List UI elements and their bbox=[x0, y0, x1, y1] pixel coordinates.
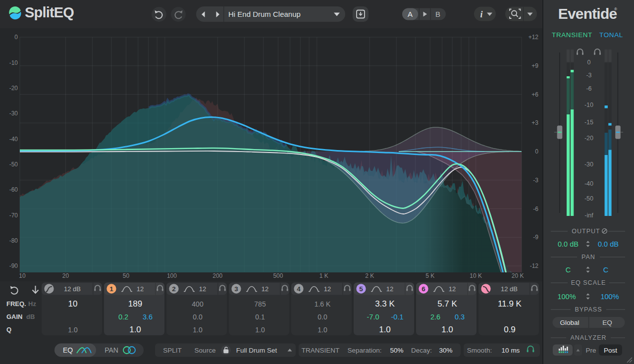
svg-text:5.7 K: 5.7 K bbox=[437, 299, 457, 309]
svg-text:-50: -50 bbox=[9, 161, 18, 168]
svg-text:-60: -60 bbox=[9, 186, 18, 193]
svg-text:3.3 K: 3.3 K bbox=[375, 299, 395, 309]
svg-text:Eventide: Eventide bbox=[558, 5, 617, 22]
svg-text:A: A bbox=[408, 10, 413, 18]
svg-text:0.2: 0.2 bbox=[118, 313, 128, 321]
svg-text:Smooth:: Smooth: bbox=[467, 347, 492, 354]
svg-text:-30: -30 bbox=[9, 110, 18, 117]
svg-text:20: 20 bbox=[62, 272, 69, 279]
svg-text:5: 5 bbox=[359, 285, 363, 293]
svg-text:i: i bbox=[480, 9, 482, 19]
svg-text:-3: -3 bbox=[533, 177, 538, 184]
svg-text:0.3: 0.3 bbox=[455, 313, 465, 321]
svg-text:-9: -9 bbox=[533, 234, 538, 241]
svg-text:11.9 K: 11.9 K bbox=[498, 299, 522, 309]
svg-text:FREQ.: FREQ. bbox=[6, 300, 26, 308]
svg-text:12: 12 bbox=[386, 285, 393, 293]
svg-text:TRANSIENT: TRANSIENT bbox=[302, 347, 340, 354]
svg-text:0.0: 0.0 bbox=[193, 313, 203, 321]
svg-text:1.0: 1.0 bbox=[379, 325, 391, 334]
svg-text:0.0 dB: 0.0 dB bbox=[598, 240, 619, 248]
svg-text:0: 0 bbox=[587, 59, 591, 66]
svg-text:+6: +6 bbox=[531, 91, 538, 98]
svg-text:-20: -20 bbox=[584, 135, 593, 142]
svg-text:Source: Source bbox=[195, 347, 216, 354]
svg-text:EQ: EQ bbox=[602, 319, 612, 326]
svg-text:2: 2 bbox=[172, 285, 176, 293]
svg-text:100: 100 bbox=[167, 272, 177, 279]
svg-text:-3: -3 bbox=[586, 72, 591, 79]
svg-text:-6: -6 bbox=[533, 206, 538, 212]
svg-text:10 ms: 10 ms bbox=[502, 347, 520, 354]
svg-text:dB: dB bbox=[26, 313, 35, 320]
svg-text:-7.0: -7.0 bbox=[367, 313, 379, 321]
svg-text:-10: -10 bbox=[9, 59, 18, 66]
svg-text:0.1: 0.1 bbox=[255, 313, 265, 321]
svg-text:+3: +3 bbox=[531, 119, 538, 126]
svg-text:50%: 50% bbox=[390, 347, 403, 354]
svg-text:TRANSIENT: TRANSIENT bbox=[552, 31, 592, 39]
svg-text:0.0 dB: 0.0 dB bbox=[558, 240, 579, 248]
svg-text:Pre: Pre bbox=[585, 347, 596, 354]
svg-text:-90: -90 bbox=[9, 262, 18, 269]
svg-text:12 dB: 12 dB bbox=[501, 285, 518, 293]
svg-text:1.0: 1.0 bbox=[317, 326, 327, 334]
svg-text:-50: -50 bbox=[584, 195, 593, 202]
svg-text:-6: -6 bbox=[586, 85, 591, 92]
svg-text:0: 0 bbox=[535, 148, 538, 155]
svg-text:1: 1 bbox=[109, 285, 113, 293]
svg-text:10: 10 bbox=[19, 272, 26, 279]
svg-text:4: 4 bbox=[297, 285, 301, 293]
svg-text:TONAL: TONAL bbox=[599, 31, 623, 39]
svg-text:1.0: 1.0 bbox=[193, 326, 203, 334]
svg-text:PAN: PAN bbox=[581, 254, 595, 260]
svg-text:2.6: 2.6 bbox=[430, 313, 440, 321]
svg-text:100%: 100% bbox=[557, 293, 576, 301]
svg-text:Full Drum Set: Full Drum Set bbox=[236, 347, 277, 354]
svg-text:12: 12 bbox=[262, 285, 268, 293]
svg-text:OUTPUT: OUTPUT bbox=[572, 228, 600, 235]
svg-text:3.6: 3.6 bbox=[143, 313, 153, 321]
svg-text:C: C bbox=[566, 266, 571, 274]
svg-text:-10: -10 bbox=[584, 102, 593, 108]
svg-text:-20: -20 bbox=[9, 85, 18, 92]
svg-text:12: 12 bbox=[199, 285, 206, 293]
svg-text:ANALYZER: ANALYZER bbox=[570, 334, 606, 341]
svg-text:-0.1: -0.1 bbox=[391, 313, 404, 321]
svg-text:785: 785 bbox=[254, 300, 266, 308]
svg-text:-15: -15 bbox=[584, 119, 593, 126]
svg-text:C: C bbox=[603, 266, 608, 274]
svg-text:Separation:: Separation: bbox=[347, 347, 381, 354]
svg-text:2 K: 2 K bbox=[365, 272, 374, 279]
svg-text:0.0: 0.0 bbox=[317, 313, 327, 321]
svg-text:PAN: PAN bbox=[105, 346, 118, 354]
svg-text:-inf: -inf bbox=[584, 212, 593, 219]
svg-text:Global: Global bbox=[560, 319, 579, 326]
svg-text:200: 200 bbox=[212, 272, 222, 279]
svg-text:1.0: 1.0 bbox=[129, 325, 141, 334]
svg-text:Decay:: Decay: bbox=[411, 347, 432, 354]
svg-text:1 K: 1 K bbox=[319, 272, 328, 279]
svg-text:+9: +9 bbox=[531, 62, 538, 69]
svg-text:-30: -30 bbox=[584, 161, 593, 168]
svg-text:30%: 30% bbox=[439, 347, 452, 354]
svg-text:20 K: 20 K bbox=[512, 272, 524, 279]
svg-text:0.9: 0.9 bbox=[504, 325, 516, 334]
svg-text:100%: 100% bbox=[600, 293, 619, 301]
svg-text:0: 0 bbox=[14, 34, 18, 41]
svg-text:1.0: 1.0 bbox=[441, 325, 453, 334]
svg-text:-40: -40 bbox=[9, 136, 18, 143]
svg-text:EQ: EQ bbox=[63, 346, 73, 354]
svg-text:Hi End Drum Cleanup: Hi End Drum Cleanup bbox=[228, 10, 301, 18]
svg-text:10 K: 10 K bbox=[470, 272, 482, 279]
svg-text:189: 189 bbox=[128, 299, 142, 309]
svg-text:12: 12 bbox=[449, 285, 456, 293]
svg-text:-70: -70 bbox=[9, 212, 18, 219]
svg-text:GAIN: GAIN bbox=[6, 313, 23, 320]
svg-text:B: B bbox=[435, 10, 440, 18]
svg-text:Q: Q bbox=[6, 326, 11, 333]
svg-text:+12: +12 bbox=[528, 34, 539, 41]
svg-text:5 K: 5 K bbox=[425, 272, 434, 279]
svg-text:6: 6 bbox=[422, 285, 425, 293]
svg-text:10: 10 bbox=[68, 299, 78, 309]
